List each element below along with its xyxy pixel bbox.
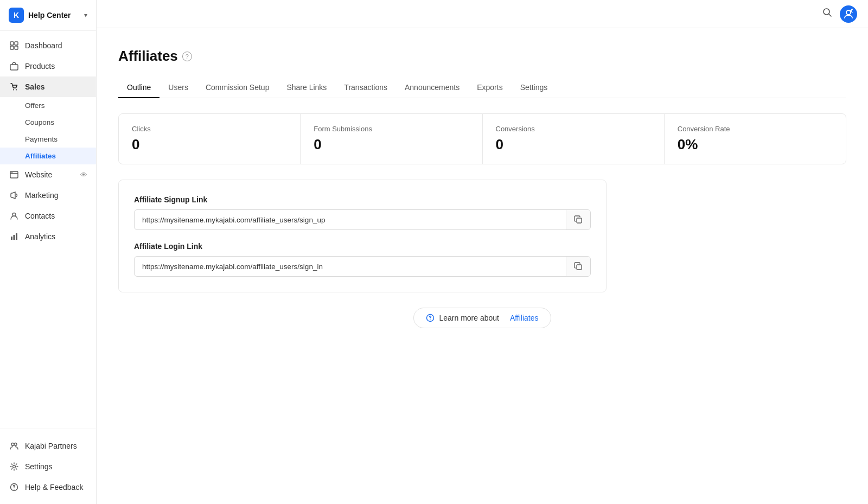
stat-clicks-label: Clicks bbox=[132, 125, 287, 133]
sidebar-item-sales[interactable]: Sales bbox=[0, 76, 96, 97]
website-icon bbox=[9, 169, 20, 180]
settings-icon bbox=[9, 461, 20, 472]
main-content: Affiliates ? Outline Users Commission Se… bbox=[97, 0, 868, 504]
sidebar-item-contacts-label: Contacts bbox=[25, 212, 55, 220]
sidebar-item-products[interactable]: Products bbox=[0, 56, 96, 76]
svg-rect-4 bbox=[10, 65, 18, 70]
stat-rate-value: 0% bbox=[678, 136, 833, 153]
stat-form-label: Form Submissions bbox=[314, 125, 469, 133]
tab-transactions[interactable]: Transactions bbox=[335, 78, 396, 98]
sidebar-item-coupons[interactable]: Coupons bbox=[0, 114, 96, 131]
login-link-label: Affiliate Login Link bbox=[134, 242, 591, 251]
sidebar-item-payments[interactable]: Payments bbox=[0, 131, 96, 148]
svg-point-15 bbox=[14, 443, 17, 446]
svg-point-19 bbox=[824, 9, 829, 15]
tabs-bar: Outline Users Commission Setup Share Lin… bbox=[118, 78, 846, 98]
tab-exports[interactable]: Exports bbox=[468, 78, 511, 98]
page-title-row: Affiliates ? bbox=[118, 48, 846, 65]
svg-point-20 bbox=[846, 10, 851, 15]
sidebar-item-dashboard[interactable]: Dashboard bbox=[0, 35, 96, 56]
signup-link-input[interactable] bbox=[135, 210, 566, 229]
sidebar-item-marketing-label: Marketing bbox=[25, 191, 58, 200]
learn-more-icon bbox=[426, 314, 435, 322]
sidebar-item-settings-label: Settings bbox=[25, 462, 53, 471]
sidebar-item-contacts[interactable]: Contacts bbox=[0, 206, 96, 226]
stat-clicks-value: 0 bbox=[132, 136, 287, 153]
sidebar-item-analytics[interactable]: Analytics bbox=[0, 226, 96, 247]
svg-point-6 bbox=[16, 90, 17, 91]
app-logo: K bbox=[9, 8, 24, 23]
stat-card-clicks: Clicks 0 bbox=[119, 114, 301, 164]
sidebar-item-coupons-label: Coupons bbox=[25, 118, 54, 126]
stat-card-conversion-rate: Conversion Rate 0% bbox=[665, 114, 846, 164]
tab-settings[interactable]: Settings bbox=[512, 78, 557, 98]
topbar bbox=[97, 0, 868, 28]
links-card: Affiliate Signup Link Affiliate Login Li… bbox=[118, 180, 607, 292]
sidebar-item-sales-label: Sales bbox=[25, 82, 45, 91]
learn-more-link-text: Affiliates bbox=[510, 314, 539, 322]
svg-point-9 bbox=[12, 172, 13, 173]
stat-rate-label: Conversion Rate bbox=[678, 125, 833, 133]
contacts-icon bbox=[9, 210, 20, 221]
signup-link-label: Affiliate Signup Link bbox=[134, 195, 591, 204]
svg-rect-13 bbox=[16, 233, 17, 240]
page-help-icon[interactable]: ? bbox=[182, 52, 192, 61]
svg-point-8 bbox=[11, 172, 12, 173]
sidebar-item-dashboard-label: Dashboard bbox=[25, 41, 62, 50]
sidebar-item-analytics-label: Analytics bbox=[25, 232, 55, 241]
app-name: Help Center bbox=[28, 11, 84, 20]
login-link-section: Affiliate Login Link bbox=[134, 242, 591, 277]
page-content: Affiliates ? Outline Users Commission Se… bbox=[97, 28, 868, 504]
login-copy-button[interactable] bbox=[566, 257, 590, 276]
sidebar-item-payments-label: Payments bbox=[25, 135, 58, 143]
tab-announcements[interactable]: Announcements bbox=[396, 78, 468, 98]
signup-link-input-row bbox=[134, 209, 591, 230]
sidebar-item-marketing[interactable]: Marketing bbox=[0, 185, 96, 206]
stat-form-value: 0 bbox=[314, 136, 469, 153]
help-icon bbox=[9, 482, 20, 493]
search-icon[interactable] bbox=[822, 8, 832, 20]
sidebar-item-website-label: Website bbox=[25, 170, 52, 179]
app-header[interactable]: K Help Center ▾ bbox=[0, 0, 96, 31]
sidebar-item-website[interactable]: Website 👁 bbox=[0, 164, 96, 185]
svg-point-24 bbox=[430, 320, 431, 321]
sidebar-item-settings[interactable]: Settings bbox=[0, 456, 96, 477]
svg-rect-12 bbox=[14, 235, 15, 240]
marketing-icon bbox=[9, 190, 20, 201]
sidebar-item-products-label: Products bbox=[25, 62, 55, 71]
tab-commission-setup[interactable]: Commission Setup bbox=[197, 78, 278, 98]
user-avatar[interactable] bbox=[840, 5, 857, 23]
sidebar-nav: Dashboard Products Sales Offers Coupons … bbox=[0, 31, 96, 429]
sidebar-item-kajabi-partners-label: Kajabi Partners bbox=[25, 442, 77, 450]
signup-copy-button[interactable] bbox=[566, 210, 590, 229]
sidebar-item-affiliates-label: Affiliates bbox=[25, 152, 56, 160]
tab-users[interactable]: Users bbox=[159, 78, 197, 98]
eye-icon: 👁 bbox=[80, 171, 87, 179]
login-link-input[interactable] bbox=[135, 257, 566, 276]
stat-conversions-label: Conversions bbox=[496, 125, 651, 133]
sidebar-item-affiliates[interactable]: Affiliates bbox=[0, 148, 96, 164]
sidebar-item-kajabi-partners[interactable]: Kajabi Partners bbox=[0, 436, 96, 456]
learn-more-button[interactable]: Learn more about Affiliates bbox=[413, 308, 551, 328]
stat-card-conversions: Conversions 0 bbox=[483, 114, 665, 164]
stat-card-form-submissions: Form Submissions 0 bbox=[301, 114, 482, 164]
tab-outline[interactable]: Outline bbox=[118, 78, 159, 98]
svg-point-16 bbox=[13, 465, 16, 468]
sidebar: K Help Center ▾ Dashboard Products Sales bbox=[0, 0, 97, 504]
sidebar-item-help[interactable]: Help & Feedback bbox=[0, 477, 96, 497]
learn-more-prefix: Learn more about bbox=[439, 314, 499, 322]
tab-share-links[interactable]: Share Links bbox=[278, 78, 335, 98]
sidebar-item-offers-label: Offers bbox=[25, 101, 45, 110]
analytics-icon bbox=[9, 231, 20, 242]
svg-rect-11 bbox=[11, 237, 12, 240]
copy-icon bbox=[574, 262, 583, 271]
learn-more-row: Learn more about Affiliates bbox=[118, 308, 846, 328]
signup-link-section: Affiliate Signup Link bbox=[134, 195, 591, 230]
sidebar-item-offers[interactable]: Offers bbox=[0, 97, 96, 114]
dashboard-icon bbox=[9, 40, 20, 51]
sales-icon bbox=[9, 81, 20, 92]
svg-rect-2 bbox=[10, 46, 14, 49]
sidebar-item-help-label: Help & Feedback bbox=[25, 483, 83, 492]
copy-icon bbox=[574, 215, 583, 224]
svg-rect-0 bbox=[10, 42, 14, 45]
